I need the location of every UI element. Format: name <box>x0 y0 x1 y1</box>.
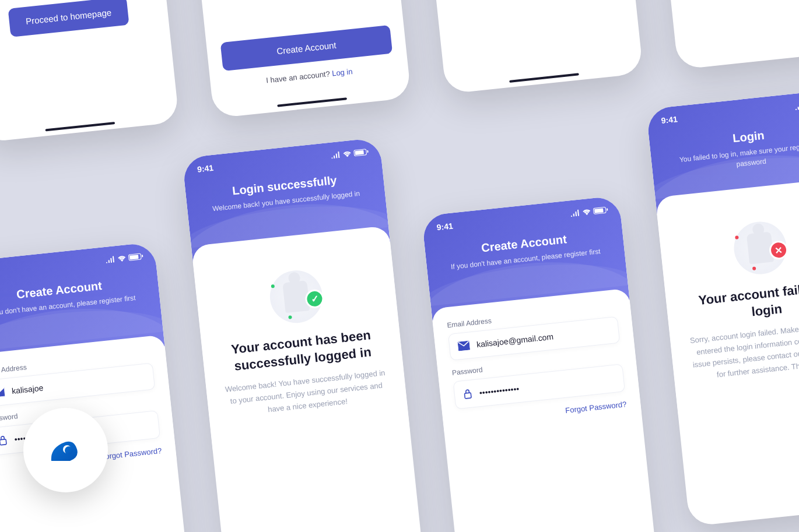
success-illustration: ✓ <box>267 268 325 326</box>
signal-icon <box>106 255 115 263</box>
svg-rect-2 <box>464 393 471 399</box>
battery-icon <box>128 253 142 260</box>
brand-logo-icon <box>45 433 86 468</box>
create-account-bottom-card: Create Account I have an account? Log in <box>183 0 411 118</box>
create-account-form-left: 9:41 Create Account If you don't have an… <box>0 242 198 532</box>
lock-icon <box>0 435 8 446</box>
status-icons <box>795 100 799 110</box>
status-icons <box>331 148 367 158</box>
home-indicator <box>509 73 579 83</box>
create-account-form-right: 9:41 Create Account If you don't have an… <box>422 195 663 532</box>
success-card-partial: succe Welcome bac your account. Proce <box>646 0 799 70</box>
status-time: 9:41 <box>197 163 214 174</box>
wifi-icon <box>117 254 127 262</box>
status-icons <box>570 206 607 217</box>
status-time: 9:41 <box>436 221 454 232</box>
fail-subtitle: Sorry, account login failed. Make sure y… <box>684 318 799 384</box>
login-fail-full-card: 9:41 Login You failed to log in, make su… <box>646 89 799 527</box>
fail-title: Your account failed to login <box>679 277 799 327</box>
home-indicator <box>45 122 115 132</box>
login-success-full-card: 9:41 Login successfully Welcome back! yo… <box>182 138 423 532</box>
svg-point-6 <box>65 446 73 455</box>
signal-icon <box>570 209 580 217</box>
wifi-icon <box>582 208 591 216</box>
forgot-password-link[interactable]: Forgot Password? <box>100 446 162 461</box>
mail-icon <box>0 387 5 397</box>
fail-login-card: ✕ Your account failed to login Sorry, ac… <box>415 0 643 94</box>
create-account-button[interactable]: Create Account <box>220 25 393 71</box>
wifi-icon <box>342 150 352 158</box>
status-time: 9:41 <box>661 114 678 125</box>
mail-icon <box>458 341 471 351</box>
status-icons <box>106 253 142 263</box>
forgot-password-link[interactable]: Forgot Password? <box>565 400 627 415</box>
svg-rect-0 <box>0 439 6 445</box>
success-title: Your account has been successfully logge… <box>215 326 388 376</box>
battery-icon <box>353 149 367 156</box>
lock-icon <box>462 389 473 400</box>
login-link[interactable]: Log in <box>331 67 353 78</box>
proceed-homepage-button[interactable]: Proceed to homepage <box>8 0 129 37</box>
design-showcase-canvas: ✓ Your account has been successfully log… <box>0 0 799 532</box>
signal-icon <box>795 102 799 110</box>
success-login-card: ✓ Your account has been successfully log… <box>0 0 179 143</box>
error-illustration: ✕ <box>731 219 789 277</box>
success-subtitle: Welcome back! You have successfully logg… <box>220 367 393 421</box>
signal-icon <box>331 151 341 159</box>
battery-icon <box>593 206 607 214</box>
brand-logo-bubble <box>23 408 108 492</box>
